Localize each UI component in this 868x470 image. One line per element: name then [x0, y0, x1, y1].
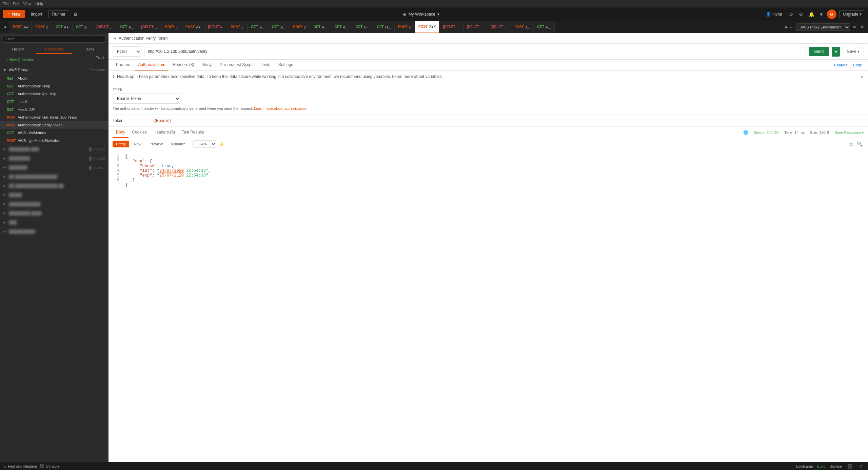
bootcamp-link[interactable]: Bootcamp: [796, 464, 813, 468]
avatar[interactable]: G: [827, 9, 836, 19]
new-collection-button[interactable]: + New Collection: [3, 56, 38, 64]
tab-19-active[interactable]: POST 2●X: [415, 21, 439, 33]
import-button[interactable]: Import: [27, 11, 46, 18]
collection-header-blurred[interactable]: ► ██████████: [0, 227, 108, 236]
tab-bar-more[interactable]: ► ···: [782, 25, 796, 29]
collection-blurred-4[interactable]: ► ██ ████████████████ ██: [0, 181, 108, 190]
resp-format-icon[interactable]: ⚡: [219, 142, 225, 147]
collection-blurred-1[interactable]: ► ████████ █ requests: [0, 154, 108, 163]
request-auth-api-help[interactable]: GET Authentication Api Help: [0, 90, 108, 98]
collection-header-aws-proxy[interactable]: ▼ AWS Proxy 9 requests: [0, 65, 108, 75]
new-button[interactable]: ＋ New: [3, 10, 25, 18]
collection-header-blurred[interactable]: ► ███████ █ requests: [0, 163, 108, 172]
collection-blurred-8[interactable]: ► ███: [0, 218, 108, 227]
save-button[interactable]: Save ▾: [843, 47, 864, 56]
resp-view-visualize[interactable]: Visualize: [167, 141, 189, 147]
tab-13[interactable]: POST 2: [290, 21, 310, 33]
tab-8[interactable]: POST A●: [182, 21, 204, 33]
method-select[interactable]: POST GET PUT DELETE PATCH: [113, 46, 141, 57]
collection-header-blurred[interactable]: ► ██ ████████████████: [0, 172, 108, 181]
tab-22[interactable]: [DELET ...: [487, 21, 511, 33]
tab-2[interactable]: GET A●: [52, 21, 73, 33]
resp-view-raw[interactable]: Raw: [131, 141, 145, 147]
request-auth-help[interactable]: GET Authentication Help: [0, 82, 108, 90]
tab-0[interactable]: POST A●: [9, 21, 32, 33]
request-auth-verify[interactable]: POST Authentication Verify Token: [0, 121, 108, 129]
tab-tests[interactable]: Tests: [257, 60, 274, 70]
tab-9[interactable]: [DELET●: [204, 21, 227, 33]
menu-file[interactable]: File: [3, 2, 9, 6]
resp-tab-cookies[interactable]: Cookies: [129, 127, 150, 138]
notice-link[interactable]: Learn more about variables.: [392, 74, 442, 79]
runner-button[interactable]: Runner: [48, 10, 69, 18]
menu-help[interactable]: Help: [35, 2, 43, 6]
close-notice-button[interactable]: ✕: [860, 74, 864, 80]
tab-14[interactable]: GET A...: [310, 21, 331, 33]
build-button[interactable]: Build: [817, 464, 825, 468]
tab-17[interactable]: GET H...: [373, 21, 395, 33]
upgrade-button[interactable]: Upgrade ▾: [839, 10, 865, 18]
sync-icon[interactable]: ⟳: [788, 10, 795, 18]
send-dropdown-button[interactable]: ▾: [832, 47, 840, 57]
tab-16[interactable]: GET H...: [352, 21, 374, 33]
code-link[interactable]: Code: [851, 60, 864, 70]
tab-20[interactable]: [DELET ...: [439, 21, 463, 33]
tab-21[interactable]: [DELET ...: [463, 21, 487, 33]
resp-tab-test-results[interactable]: Test Results: [178, 127, 207, 138]
tab-11[interactable]: GET A...: [248, 21, 269, 33]
tab-7[interactable]: POST C: [162, 21, 182, 33]
auth-learn-more-link[interactable]: Learn more about authorization: [254, 106, 306, 110]
sidebar-tab-history[interactable]: History: [0, 45, 36, 54]
send-button[interactable]: Send: [809, 47, 829, 56]
tab-pre-request[interactable]: Pre-request Script: [216, 60, 256, 70]
tab-authorization[interactable]: Authorization: [135, 60, 168, 70]
settings-button[interactable]: ⚙: [72, 10, 79, 18]
collection-header-blurred[interactable]: ► ████████ ███ █ requests: [0, 145, 108, 154]
tab-nav-left[interactable]: ◄: [2, 24, 8, 30]
resp-tab-headers[interactable]: Headers (6): [150, 127, 178, 138]
expand-icon[interactable]: ⤢: [858, 463, 864, 470]
tab-1[interactable]: POST 2: [32, 21, 52, 33]
menu-edit[interactable]: Edit: [13, 2, 19, 6]
settings-icon[interactable]: ⚙: [797, 10, 805, 18]
tab-24[interactable]: GET A...: [534, 21, 555, 33]
collection-header-blurred[interactable]: ► ████████ █ requests: [0, 154, 108, 163]
tab-3[interactable]: GET A: [73, 21, 93, 33]
collection-header-blurred[interactable]: ► ██ ████████████████ ██: [0, 181, 108, 190]
resp-format-select[interactable]: JSON Text HTML XML: [193, 140, 216, 148]
search-icon[interactable]: 🔍: [855, 141, 864, 148]
request-health[interactable]: GET Health: [0, 98, 108, 106]
workspace-switcher[interactable]: ⊞ My Workspace ▾: [402, 12, 439, 17]
tab-headers[interactable]: Headers (8): [169, 60, 197, 70]
menu-view[interactable]: View: [23, 2, 32, 6]
request-list-metrics[interactable]: GET AWS - listMetrics: [0, 129, 108, 137]
collection-blurred-7[interactable]: ► ████████ ████: [0, 209, 108, 218]
tab-18[interactable]: POST 2: [395, 21, 415, 33]
layout-icon[interactable]: ⬛: [846, 463, 854, 470]
trash-button[interactable]: Trash: [96, 56, 105, 64]
resp-tab-body[interactable]: Body: [113, 127, 129, 138]
collection-header-blurred[interactable]: ► ███: [0, 218, 108, 227]
tab-5[interactable]: GET A...: [117, 21, 138, 33]
tab-10[interactable]: POST 2: [227, 21, 248, 33]
collection-blurred-9[interactable]: ► ██████████: [0, 227, 108, 236]
save-response-button[interactable]: Save Response ▾: [834, 130, 864, 135]
sidebar-tab-apis[interactable]: APIs: [72, 45, 108, 54]
collection-blurred-5[interactable]: ► █████: [0, 190, 108, 200]
collection-header-blurred[interactable]: ► █████: [0, 190, 108, 200]
collection-blurred-6[interactable]: ► ████████████: [0, 200, 108, 209]
environment-config-icon[interactable]: ⚙: [859, 23, 865, 30]
tab-6[interactable]: [DELET ...: [138, 21, 162, 33]
auth-type-select[interactable]: Bearer Token No Auth API Key OAuth 2.0: [113, 94, 180, 104]
resp-view-pretty[interactable]: Pretty: [113, 141, 129, 147]
url-input[interactable]: [144, 47, 806, 56]
tab-params[interactable]: Params: [113, 60, 133, 70]
tab-23[interactable]: POST J...: [511, 21, 534, 33]
copy-icon[interactable]: ⧉: [848, 141, 854, 148]
environment-settings-icon[interactable]: 👁: [851, 24, 858, 30]
notification-icon[interactable]: 🔔: [807, 10, 816, 18]
collection-blurred-2[interactable]: ► ███████ █ requests: [0, 163, 108, 172]
resp-view-preview[interactable]: Preview: [146, 141, 166, 147]
tab-body[interactable]: Body: [199, 60, 215, 70]
collection-blurred-3[interactable]: ► ██ ████████████████: [0, 172, 108, 181]
